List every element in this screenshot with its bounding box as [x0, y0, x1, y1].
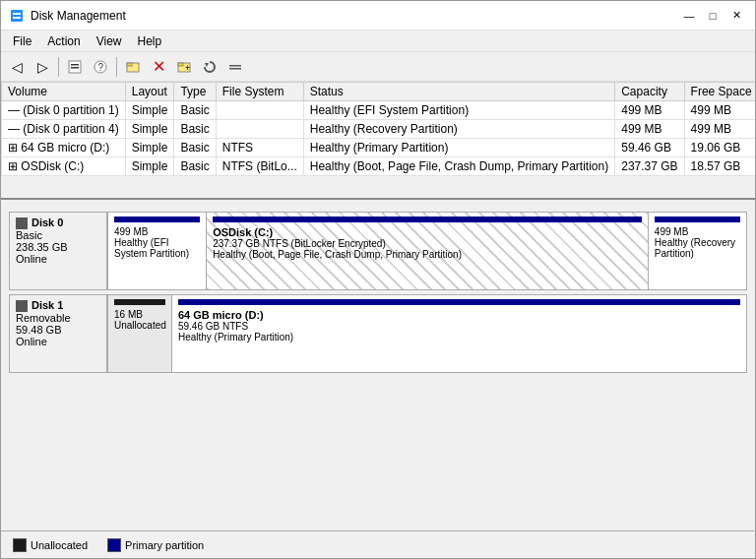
table-row[interactable]: — (Disk 0 partition 4)SimpleBasicHealthy…	[2, 120, 756, 139]
svg-rect-9	[127, 63, 132, 66]
col-volume: Volume	[2, 83, 126, 101]
disk-name: Disk 1	[16, 299, 100, 312]
svg-rect-15	[229, 68, 241, 70]
disk-label: Disk 1 Removable 59.48 GB Online	[9, 294, 107, 373]
table-row[interactable]: ⊞ OSDisk (C:)SimpleBasicNTFS (BitLo...He…	[2, 157, 756, 176]
col-layout: Layout	[125, 83, 174, 101]
svg-rect-14	[229, 65, 241, 67]
svg-text:?: ?	[98, 62, 104, 73]
partition-detail-2: Healthy (Boot, Page File, Crash Dump, Pr…	[213, 249, 642, 260]
properties-button[interactable]	[63, 55, 87, 79]
partition-name: OSDisk (C:)	[213, 226, 642, 238]
table-row[interactable]: ⊞ 64 GB micro (D:)SimpleBasicNTFSHealthy…	[2, 139, 756, 157]
table-cell: Simple	[125, 120, 174, 139]
disk-row: Disk 0 Basic 238.35 GB Online 499 MBHeal…	[9, 212, 747, 290]
menu-action[interactable]: Action	[39, 32, 88, 50]
table-header-row: Volume Layout Type File System Status Ca…	[2, 83, 756, 101]
table-cell: 237.37 GB	[615, 157, 684, 176]
disk-type: Removable	[16, 312, 100, 324]
col-type: Type	[174, 83, 216, 101]
minimize-button[interactable]: —	[678, 5, 700, 27]
table-cell: ⊞ OSDisk (C:)	[2, 157, 126, 176]
svg-text:+: +	[185, 63, 190, 73]
table-cell: Simple	[125, 139, 174, 157]
svg-rect-11	[178, 63, 183, 66]
partition-header-bar	[655, 217, 740, 222]
svg-rect-0	[11, 10, 23, 22]
partition-header-bar	[114, 217, 200, 222]
table-cell: Healthy (Boot, Page File, Crash Dump, Pr…	[303, 157, 614, 176]
title-bar: Disk Management — □ ✕	[1, 1, 755, 31]
new-button[interactable]: +	[172, 55, 196, 79]
window-controls: — □ ✕	[678, 5, 747, 27]
menu-bar: File Action View Help	[1, 31, 755, 52]
partition-name: 64 GB micro (D:)	[178, 309, 740, 321]
disk-label: Disk 0 Basic 238.35 GB Online	[9, 212, 107, 290]
table-cell: 499 MB	[615, 101, 684, 120]
table-cell: Healthy (Recovery Partition)	[303, 120, 614, 139]
table-cell: — (Disk 0 partition 1)	[2, 101, 126, 120]
disk-type: Basic	[16, 229, 100, 241]
partition-detail-1: 499 MB	[655, 226, 740, 237]
table-cell: NTFS	[216, 139, 303, 157]
partition-segment[interactable]: 499 MBHealthy (EFI System Partition)	[108, 213, 207, 289]
legend-unallocated: Unallocated	[13, 538, 88, 552]
table-row[interactable]: — (Disk 0 partition 1)SimpleBasicHealthy…	[2, 101, 756, 120]
menu-help[interactable]: Help	[130, 32, 170, 50]
svg-rect-4	[71, 64, 79, 66]
partition-detail-1: 16 MB	[114, 309, 165, 320]
table-cell: NTFS (BitLo...	[216, 157, 303, 176]
svg-rect-2	[13, 17, 21, 19]
table-cell: 499 MB	[615, 120, 684, 139]
table-cell: Basic	[174, 139, 216, 157]
legend-label-primary: Primary partition	[125, 539, 204, 551]
partition-detail-2: Healthy (EFI System Partition)	[114, 237, 200, 259]
disk-row: Disk 1 Removable 59.48 GB Online 16 MBUn…	[9, 294, 747, 373]
menu-file[interactable]: File	[5, 32, 39, 50]
back-button[interactable]: ◁	[5, 55, 29, 79]
col-status: Status	[303, 83, 614, 101]
more-button[interactable]	[223, 55, 247, 79]
new-volume-button[interactable]	[121, 55, 145, 79]
partition-segment[interactable]: 499 MBHealthy (Recovery Partition)	[649, 213, 746, 289]
help-button[interactable]: ?	[89, 55, 112, 79]
col-freespace: Free Space	[684, 83, 755, 101]
main-window: Disk Management — □ ✕ File Action View H…	[0, 0, 756, 559]
partition-segment[interactable]: OSDisk (C:)237.37 GB NTFS (BitLocker Enc…	[207, 213, 649, 289]
svg-marker-13	[205, 63, 209, 67]
partition-detail-2: Unallocated	[114, 320, 165, 331]
legend-swatch-unallocated	[13, 538, 27, 552]
table-cell: Healthy (Primary Partition)	[303, 139, 614, 157]
table-cell	[216, 101, 303, 120]
toolbar-separator-1	[58, 57, 59, 77]
partition-header-bar	[178, 299, 740, 305]
table-cell: — (Disk 0 partition 4)	[2, 120, 126, 139]
legend-label-unallocated: Unallocated	[31, 539, 88, 551]
close-button[interactable]: ✕	[725, 5, 747, 27]
table-cell: Healthy (EFI System Partition)	[303, 101, 614, 120]
legend-bar: Unallocated Primary partition	[1, 530, 755, 558]
table-cell: 59.46 GB	[615, 139, 684, 157]
partition-table: Volume Layout Type File System Status Ca…	[1, 82, 755, 200]
refresh-button[interactable]	[198, 55, 221, 79]
forward-button[interactable]: ▷	[31, 55, 54, 79]
table-cell: 499 MB	[684, 120, 755, 139]
table-cell: Basic	[174, 120, 216, 139]
table-cell: Basic	[174, 157, 216, 176]
table-cell: Basic	[174, 101, 216, 120]
main-area: Volume Layout Type File System Status Ca…	[1, 82, 755, 558]
legend-swatch-primary	[107, 538, 121, 552]
col-capacity: Capacity	[615, 83, 684, 101]
partition-segment[interactable]: 64 GB micro (D:)59.46 GB NTFSHealthy (Pr…	[172, 295, 746, 372]
volume-table: Volume Layout Type File System Status Ca…	[1, 82, 755, 176]
partition-detail-1: 59.46 GB NTFS	[178, 321, 740, 332]
table-cell: 18.57 GB	[684, 157, 755, 176]
svg-rect-5	[71, 67, 79, 69]
delete-button[interactable]: ✕	[147, 55, 170, 79]
partition-segment[interactable]: 16 MBUnallocated	[108, 295, 172, 372]
disk-name: Disk 0	[16, 217, 100, 229]
table-cell: 499 MB	[684, 101, 755, 120]
disk-size: 238.35 GB	[16, 241, 100, 253]
menu-view[interactable]: View	[89, 32, 130, 50]
maximize-button[interactable]: □	[702, 5, 724, 27]
